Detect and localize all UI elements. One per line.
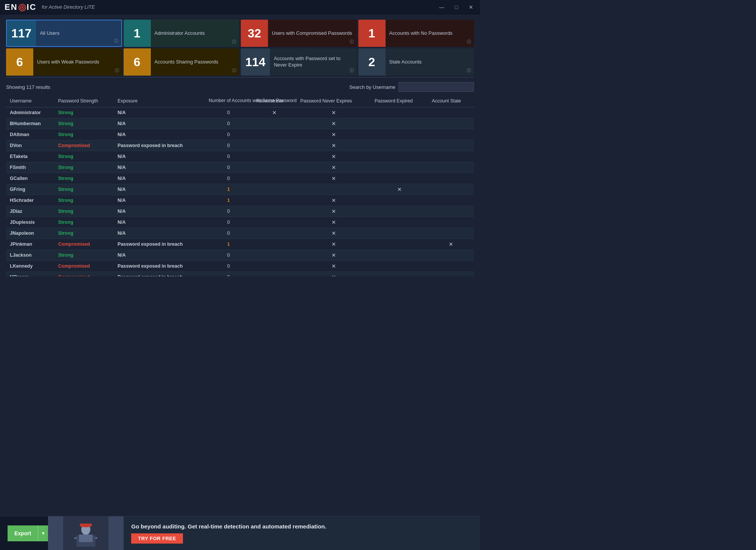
cell-password-expired xyxy=(371,206,428,217)
cell-strength: Strong xyxy=(54,206,114,217)
stat-card-sharing-passwords[interactable]: 6Accounts Sharing Passwordsⓘ xyxy=(124,48,240,76)
table-row[interactable]: DAltmanStrongN/A0✕ xyxy=(6,129,474,140)
titlebar: EN IC for Active Directory LITE — □ ✕ xyxy=(0,0,480,14)
table-header-row: Username Password Strength Exposure Numb… xyxy=(6,95,474,107)
app-logo: EN IC xyxy=(5,2,37,12)
main-content: 117All Usersⓘ1Administrator Accountsⓘ32U… xyxy=(0,14,480,282)
stat-number-no-passwords: 1 xyxy=(358,20,386,47)
stat-card-no-passwords[interactable]: 1Accounts with No Passwordsⓘ xyxy=(358,20,474,47)
cell-stale xyxy=(428,118,474,129)
search-input[interactable] xyxy=(398,82,474,92)
cell-stale xyxy=(428,260,474,271)
cell-strength: Strong xyxy=(54,107,114,118)
stat-card-all-users[interactable]: 117All Usersⓘ xyxy=(6,20,122,47)
cell-username: JNapoleon xyxy=(6,228,54,239)
cell-username: DAltman xyxy=(6,129,54,140)
stat-info-icon-all-users[interactable]: ⓘ xyxy=(114,38,118,44)
table-row[interactable]: GFringStrongN/A1✕ xyxy=(6,184,474,195)
table-row[interactable]: ETaketaStrongN/A0✕ xyxy=(6,151,474,162)
table-row[interactable]: LJacksonStrongN/A0✕ xyxy=(6,249,474,260)
table-row[interactable]: DVonCompromisedPassword exposed in breac… xyxy=(6,140,474,151)
cell-strength: Compromised xyxy=(54,239,114,249)
cell-same-count: 1 xyxy=(205,239,252,249)
search-label: Search by Username xyxy=(349,84,395,90)
cell-exposure: N/A xyxy=(114,195,205,206)
cell-strength: Strong xyxy=(54,184,114,195)
never-expires-check-icon: ✕ xyxy=(332,263,336,269)
table-row[interactable]: JNapoleonStrongN/A0✕ xyxy=(6,228,474,239)
cell-stale xyxy=(428,206,474,217)
cell-strength: Strong xyxy=(54,195,114,206)
cell-username: JDiaz xyxy=(6,206,54,217)
cell-admin xyxy=(252,151,296,162)
cell-username: BHumberman xyxy=(6,118,54,129)
table-row[interactable]: JDuplessisStrongN/A0✕ xyxy=(6,217,474,228)
never-expires-check-icon: ✕ xyxy=(332,230,336,236)
cell-never-expires: ✕ xyxy=(297,206,371,217)
stat-card-stale-accounts[interactable]: 2Stale Accountsⓘ xyxy=(358,48,474,76)
cell-exposure: N/A xyxy=(114,228,205,239)
stat-card-compromised-passwords[interactable]: 32Users with Compromised Passwordsⓘ xyxy=(241,20,357,47)
stat-card-admin-accounts[interactable]: 1Administrator Accountsⓘ xyxy=(124,20,240,47)
table-row[interactable]: AdministratorStrongN/A0✕✕ xyxy=(6,107,474,118)
table-row[interactable]: HSchraderStrongN/A1✕ xyxy=(6,195,474,206)
cell-exposure: N/A xyxy=(114,173,205,184)
stat-info-icon-never-expire[interactable]: ⓘ xyxy=(350,68,354,73)
never-expires-check-icon: ✕ xyxy=(332,197,336,203)
cell-admin xyxy=(252,206,296,217)
results-bar: Showing 117 results Search by Username xyxy=(6,79,474,93)
stat-info-icon-admin-accounts[interactable]: ⓘ xyxy=(232,39,236,45)
stat-info-icon-no-passwords[interactable]: ⓘ xyxy=(467,39,471,45)
close-button[interactable]: ✕ xyxy=(466,3,476,11)
cell-never-expires: ✕ xyxy=(297,249,371,260)
cell-admin xyxy=(252,260,296,271)
table-row[interactable]: JPinkmanCompromisedPassword exposed in b… xyxy=(6,239,474,249)
table-row[interactable]: JDiazStrongN/A0✕ xyxy=(6,206,474,217)
cell-same-count: 0 xyxy=(205,151,252,162)
cell-never-expires: ✕ xyxy=(297,239,371,249)
never-expires-check-icon: ✕ xyxy=(332,252,336,258)
stat-number-admin-accounts: 1 xyxy=(124,20,151,47)
cell-same-count: 0 xyxy=(205,162,252,173)
cell-username: LJackson xyxy=(6,249,54,260)
stat-info-icon-sharing-passwords[interactable]: ⓘ xyxy=(232,68,236,73)
cell-password-expired xyxy=(371,173,428,184)
maximize-button[interactable]: □ xyxy=(453,3,460,11)
stat-number-sharing-passwords: 6 xyxy=(124,48,151,76)
cell-never-expires: ✕ xyxy=(297,260,371,271)
stat-card-weak-passwords[interactable]: 6Users with Weak Passwordsⓘ xyxy=(6,48,122,76)
stat-info-icon-weak-passwords[interactable]: ⓘ xyxy=(115,68,119,73)
table-row[interactable]: BHumbermanStrongN/A0✕ xyxy=(6,118,474,129)
stat-card-never-expire[interactable]: 114Accounts with Password set to Never E… xyxy=(241,48,357,76)
never-expires-check-icon: ✕ xyxy=(332,153,336,160)
cell-exposure: N/A xyxy=(114,107,205,118)
cell-admin xyxy=(252,162,296,173)
cell-password-expired xyxy=(371,162,428,173)
minimize-button[interactable]: — xyxy=(437,3,447,11)
cell-strength: Compromised xyxy=(54,271,114,276)
table-row[interactable]: FSmithStrongN/A0✕ xyxy=(6,162,474,173)
table-row[interactable]: GCallenStrongN/A0✕ xyxy=(6,173,474,184)
cell-strength: Strong xyxy=(54,249,114,260)
table-row[interactable]: MBrownCompromisedPassword exposed in bre… xyxy=(6,271,474,276)
cell-never-expires xyxy=(297,184,371,195)
search-area: Search by Username xyxy=(349,82,474,92)
stats-row-1: 117All Usersⓘ1Administrator Accountsⓘ32U… xyxy=(6,20,474,47)
col-username: Username xyxy=(6,95,54,107)
col-password-expired: Password Expired xyxy=(371,95,428,107)
cell-exposure: N/A xyxy=(114,162,205,173)
cell-same-count: 0 xyxy=(205,129,252,140)
cell-stale xyxy=(428,217,474,228)
stat-number-compromised-passwords: 32 xyxy=(241,20,268,47)
cell-exposure: N/A xyxy=(114,249,205,260)
cell-never-expires: ✕ xyxy=(297,129,371,140)
cell-admin xyxy=(252,217,296,228)
stat-info-icon-stale-accounts[interactable]: ⓘ xyxy=(467,68,471,73)
cell-strength: Strong xyxy=(54,118,114,129)
cell-stale xyxy=(428,162,474,173)
stats-row-2: 6Users with Weak Passwordsⓘ6Accounts Sha… xyxy=(6,48,474,76)
stat-info-icon-compromised-passwords[interactable]: ⓘ xyxy=(350,39,354,45)
table-row[interactable]: LKennedyCompromisedPassword exposed in b… xyxy=(6,260,474,271)
cell-password-expired xyxy=(371,140,428,151)
cell-never-expires: ✕ xyxy=(297,140,371,151)
